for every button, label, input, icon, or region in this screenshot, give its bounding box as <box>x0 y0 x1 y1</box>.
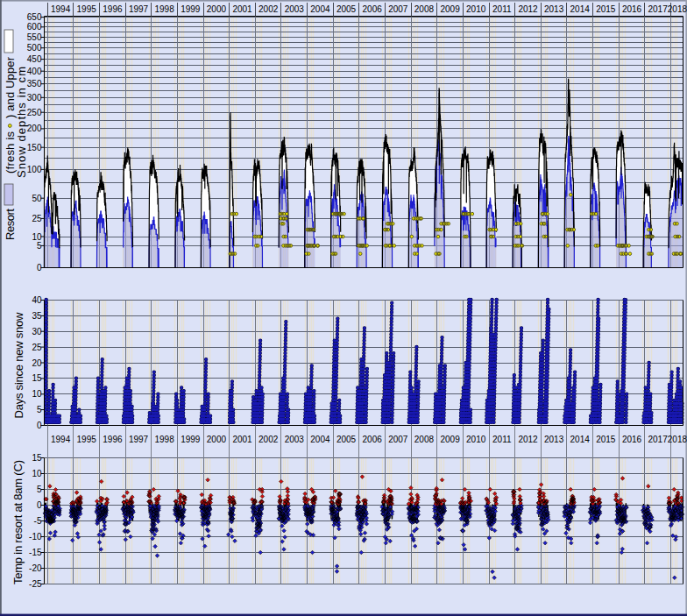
svg-text:2005: 2005 <box>336 435 357 444</box>
svg-text:2001: 2001 <box>232 4 252 14</box>
svg-text:1995: 1995 <box>77 4 97 14</box>
svg-text:Days since new snow: Days since new snow <box>12 312 25 419</box>
svg-text:600: 600 <box>27 22 42 32</box>
svg-text:0: 0 <box>37 263 42 273</box>
svg-text:100: 100 <box>27 165 42 174</box>
svg-text:1996: 1996 <box>103 435 123 444</box>
svg-text:2008: 2008 <box>414 435 435 444</box>
svg-text:2003: 2003 <box>285 435 305 444</box>
svg-text:Resort: Resort <box>4 209 17 240</box>
svg-text:1998: 1998 <box>154 4 174 14</box>
svg-text:2017: 2017 <box>648 435 668 444</box>
svg-text:2018: 2018 <box>668 4 687 14</box>
svg-text:1998: 1998 <box>154 435 174 444</box>
svg-text:250: 250 <box>27 108 42 117</box>
svg-text:350: 350 <box>27 79 42 89</box>
svg-text:15: 15 <box>32 373 42 383</box>
svg-text:1994: 1994 <box>51 4 71 14</box>
svg-text:25: 25 <box>32 214 42 223</box>
svg-text:2017: 2017 <box>648 4 668 14</box>
svg-text:-10: -10 <box>29 532 42 542</box>
svg-text:2010: 2010 <box>466 435 486 444</box>
svg-text:400: 400 <box>27 67 42 76</box>
svg-text:2011: 2011 <box>492 4 512 14</box>
svg-text:-5: -5 <box>34 516 42 526</box>
svg-text:5: 5 <box>37 405 42 414</box>
svg-text:10: 10 <box>32 389 42 399</box>
svg-text:2012: 2012 <box>518 435 538 444</box>
svg-text:20: 20 <box>32 358 42 368</box>
svg-text:2008: 2008 <box>414 4 435 14</box>
svg-text:650: 650 <box>27 12 42 22</box>
svg-text:-20: -20 <box>29 563 42 573</box>
svg-text:1996: 1996 <box>103 4 123 14</box>
svg-text:2007: 2007 <box>388 4 408 14</box>
svg-text:10: 10 <box>32 469 42 478</box>
svg-text:2000: 2000 <box>207 435 227 444</box>
svg-text:2004: 2004 <box>310 435 330 444</box>
svg-text:35: 35 <box>32 311 42 321</box>
svg-text:2015: 2015 <box>596 435 616 444</box>
svg-text:2009: 2009 <box>440 4 460 14</box>
svg-text:50: 50 <box>32 194 42 203</box>
svg-text:2002: 2002 <box>259 4 279 14</box>
svg-text:1995: 1995 <box>77 435 97 444</box>
svg-text:2003: 2003 <box>285 4 305 14</box>
svg-text:10: 10 <box>32 232 42 242</box>
svg-text:2005: 2005 <box>336 4 357 14</box>
svg-text:-25: -25 <box>29 579 42 589</box>
svg-text:300: 300 <box>27 93 42 103</box>
svg-text:0: 0 <box>37 500 42 510</box>
svg-text:2001: 2001 <box>232 435 252 444</box>
svg-text:1997: 1997 <box>129 435 149 444</box>
svg-text:2016: 2016 <box>622 4 642 14</box>
svg-text:2013: 2013 <box>544 435 564 444</box>
svg-text:2002: 2002 <box>259 435 279 444</box>
svg-text:Snow depths in cm: Snow depths in cm <box>15 67 28 178</box>
svg-text:15: 15 <box>32 453 42 463</box>
svg-text:2007: 2007 <box>388 435 408 444</box>
svg-text:2015: 2015 <box>596 4 616 14</box>
svg-text:2006: 2006 <box>363 435 383 444</box>
svg-text:2014: 2014 <box>570 4 591 14</box>
svg-text:40: 40 <box>32 295 42 305</box>
svg-text:2018: 2018 <box>668 435 687 444</box>
svg-text:2012: 2012 <box>518 4 538 14</box>
svg-text:150: 150 <box>27 143 42 152</box>
svg-text:1999: 1999 <box>181 4 201 14</box>
svg-text:1994: 1994 <box>51 435 71 444</box>
svg-text:200: 200 <box>27 124 42 133</box>
svg-text:1999: 1999 <box>181 435 201 444</box>
svg-text:Temp in resort at 8am (C): Temp in resort at 8am (C) <box>11 460 25 584</box>
svg-text:2013: 2013 <box>544 4 564 14</box>
svg-text:450: 450 <box>27 54 42 64</box>
svg-text:550: 550 <box>27 32 42 42</box>
svg-text:25: 25 <box>32 343 42 352</box>
svg-text:0: 0 <box>37 421 42 430</box>
svg-text:5: 5 <box>37 485 42 494</box>
svg-text:2009: 2009 <box>440 435 460 444</box>
svg-text:2000: 2000 <box>207 4 227 14</box>
svg-text:2014: 2014 <box>570 435 591 444</box>
svg-text:1997: 1997 <box>129 4 149 14</box>
svg-text:2010: 2010 <box>466 4 486 14</box>
svg-text:2004: 2004 <box>310 4 330 14</box>
svg-text:2006: 2006 <box>363 4 383 14</box>
svg-text:5: 5 <box>37 241 42 251</box>
svg-text:2011: 2011 <box>492 435 512 444</box>
svg-text:500: 500 <box>27 43 42 53</box>
svg-text:2016: 2016 <box>622 435 642 444</box>
svg-text:-15: -15 <box>29 548 42 557</box>
svg-text:30: 30 <box>32 327 42 336</box>
